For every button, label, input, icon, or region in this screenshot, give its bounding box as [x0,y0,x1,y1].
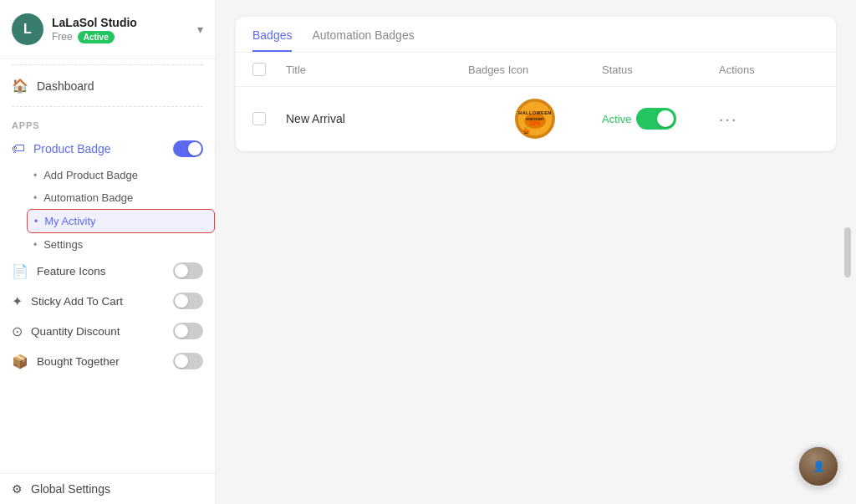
row-checkbox[interactable] [252,112,266,125]
content-card: Badges Automation Badges Title Badges Ic… [236,17,836,151]
feature-icons-label: Feature Icons [37,265,165,277]
sidebar-item-settings[interactable]: Settings [27,233,215,256]
store-info: LaLaSol Studio Free Active [52,16,189,43]
toggle-track-sticky[interactable] [173,293,203,309]
badge-icon: HALLOWEEN DISCOUNT 10% 🎃 [515,99,555,139]
my-activity-label: My Activity [44,215,95,227]
status-toggle-thumb [657,110,674,127]
active-badge: Active [78,31,115,43]
row-checkbox-col [252,112,286,125]
sidebar-header[interactable]: L LaLaSol Studio Free Active ▾ [0,0,215,59]
sidebar-item-add-product-badge[interactable]: Add Product Badge [27,164,215,186]
badge-icon-wrap: HALLOWEEN DISCOUNT 10% 🎃 [468,99,602,139]
apps-section-label: APPS [0,112,215,134]
toggle-thumb-bought [175,354,188,368]
global-settings-label: Global Settings [31,482,110,496]
automation-badge-label: Automation Badge [43,191,133,204]
sticky-cart-toggle[interactable] [173,293,203,309]
sidebar-item-product-badge[interactable]: 🏷 Product Badge [0,134,215,164]
toggle-track-bought[interactable] [173,353,203,369]
bought-together-icon: 📦 [12,354,28,369]
sticky-cart-label: Sticky Add To Cart [31,295,165,308]
add-product-badge-label: Add Product Badge [43,169,138,181]
product-badge-toggle[interactable] [173,140,203,157]
user-avatar-image: 👤 [799,447,838,486]
sidebar: L LaLaSol Studio Free Active ▾ 🏠 Dashboa… [0,0,216,504]
table-wrapper: Title Badges Icon Status Actions New Arr… [236,53,836,151]
sidebar-item-bought-together[interactable]: 📦 Bought Together [0,346,215,376]
tab-automation-badges[interactable]: Automation Badges [312,28,414,52]
status-label: Active [602,113,631,125]
toggle-thumb [188,142,201,155]
svg-text:HALLOWEEN: HALLOWEEN [518,110,552,115]
feature-icons-toggle[interactable] [173,262,203,279]
toggle-track-qty[interactable] [173,323,203,339]
toggle-track[interactable] [173,140,203,157]
store-name: LaLaSol Studio [52,16,189,29]
status-toggle-track[interactable] [636,108,676,130]
row-title: New Arrival [286,112,468,125]
product-badge-icon: 🏷 [12,141,25,156]
toggle-thumb-qty [175,324,188,338]
store-meta: Free Active [52,31,189,43]
header-title: Title [286,64,468,76]
tab-badges[interactable]: Badges [252,28,292,52]
product-badge-subnav: Add Product Badge Automation Badge My Ac… [0,164,215,256]
svg-text:10%: 10% [530,120,541,126]
sidebar-item-quantity-discount[interactable]: ⊙ Quantity Discount [0,316,215,346]
sidebar-item-global-settings[interactable]: ⚙ Global Settings [0,473,215,504]
toggle-track-feature[interactable] [173,262,203,279]
store-plan: Free [52,31,73,43]
sidebar-item-automation-badge[interactable]: Automation Badge [27,186,215,209]
chevron-down-icon[interactable]: ▾ [197,23,203,36]
sidebar-item-sticky-add-to-cart[interactable]: ✦ Sticky Add To Cart [0,286,215,316]
toggle-thumb-sticky [175,294,188,308]
sidebar-item-feature-icons[interactable]: 📄 Feature Icons [0,256,215,286]
actions-button[interactable]: ··· [719,109,738,128]
header-checkbox[interactable] [252,63,266,76]
toggle-thumb-feature [175,264,188,277]
sticky-cart-icon: ✦ [12,293,23,309]
avatar: L [12,13,43,45]
divider-1 [12,64,203,65]
table-row: New Arrival HALLOWEEN DISCOUNT 10% 🎃 [236,87,836,151]
quantity-discount-toggle[interactable] [173,323,203,339]
quantity-discount-icon: ⊙ [12,323,23,339]
sidebar-item-my-activity[interactable]: My Activity [27,209,215,233]
row-actions: ··· [719,109,819,129]
tabs-bar: Badges Automation Badges [236,17,836,53]
row-status: Active [602,108,719,130]
dashboard-label: Dashboard [37,79,94,93]
table-header: Title Badges Icon Status Actions [236,53,836,87]
status-toggle[interactable]: Active [602,108,676,130]
header-status: Status [602,64,719,76]
sidebar-item-dashboard[interactable]: 🏠 Dashboard [0,70,215,101]
quantity-discount-label: Quantity Discount [31,325,165,338]
header-actions: Actions [719,64,819,76]
bought-together-toggle[interactable] [173,353,203,369]
svg-text:🎃: 🎃 [522,127,531,136]
divider-2 [12,106,203,107]
dashboard-icon: 🏠 [12,78,28,94]
user-avatar[interactable]: 👤 [797,445,839,487]
header-checkbox-col [252,63,286,76]
bought-together-label: Bought Together [37,355,165,368]
feature-icons-icon: 📄 [12,263,28,279]
global-settings-icon: ⚙ [12,482,23,496]
settings-label: Settings [43,238,83,251]
header-badges-icon: Badges Icon [468,64,602,76]
product-badge-label: Product Badge [33,142,111,155]
main-content: Badges Automation Badges Title Badges Ic… [216,0,856,504]
scroll-indicator [844,227,851,277]
